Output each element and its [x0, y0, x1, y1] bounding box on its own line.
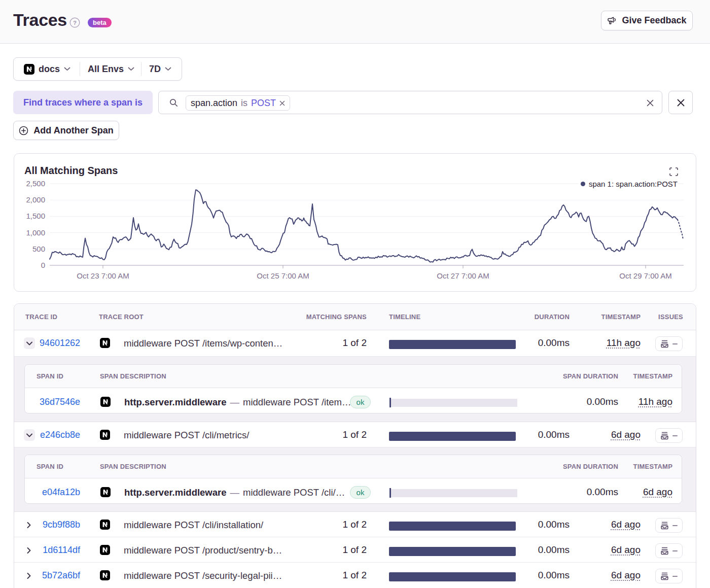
- svg-text:?: ?: [73, 20, 77, 26]
